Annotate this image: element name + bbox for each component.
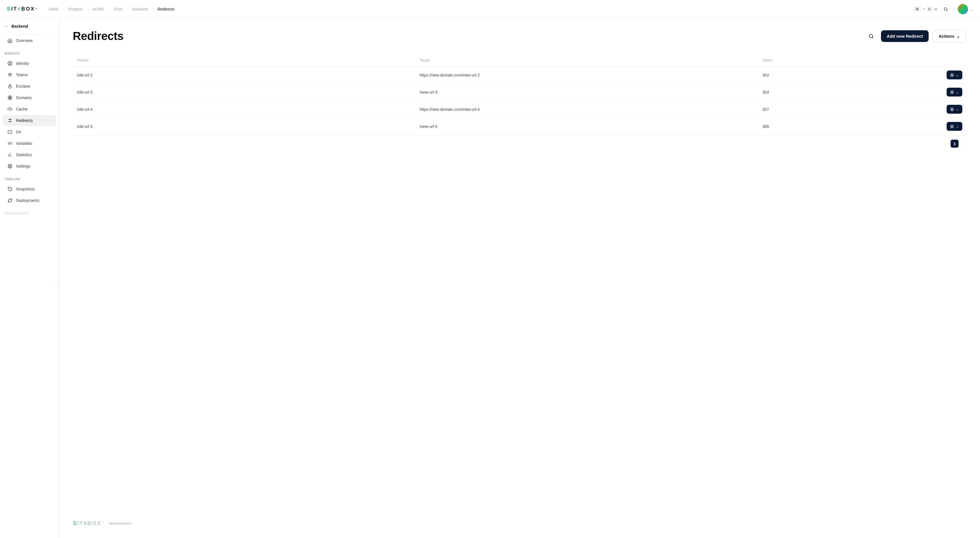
cloud-download-icon — [8, 107, 13, 112]
bar-chart-icon — [8, 152, 13, 157]
keyboard-shortcut-hint: ⌘ + K or — [913, 6, 937, 12]
sidebar-item-statistics[interactable]: Statistics — [3, 149, 56, 160]
pagination-page-1[interactable]: 1 — [951, 140, 959, 148]
footer-sub: development — [109, 522, 132, 525]
code-icon — [8, 141, 13, 146]
page-actions: Add new Redirect Actions ⌄ — [865, 30, 966, 43]
gear-icon — [950, 90, 954, 94]
sidebar-section-timeline: TIMELINE — [0, 172, 59, 183]
collapse-sidebar-button[interactable]: ‹ — [56, 278, 59, 285]
col-status: Status — [762, 58, 934, 62]
sidebar-item-settings[interactable]: Settings — [3, 161, 56, 172]
cell-source: /old-url-5 — [77, 124, 420, 129]
crumb-envs[interactable]: Envs — [114, 7, 123, 11]
chevron-down-icon: ⌄ — [956, 73, 959, 77]
svg-rect-6 — [9, 86, 12, 88]
sidebar: ← Backend Overview WEBSITE Identity Team… — [0, 18, 59, 538]
plus-text: + — [923, 7, 924, 11]
actions-label: Actions — [939, 34, 954, 38]
sidebar-item-cache[interactable]: Cache — [3, 104, 56, 115]
row-actions-button[interactable]: ⌄ — [947, 70, 962, 79]
cell-source: /old-url-4 — [77, 107, 420, 112]
folder-icon — [8, 129, 13, 134]
svg-line-1 — [947, 10, 947, 11]
sidebar-section-maintenance: MAINTENANCE — [0, 206, 59, 217]
sidebar-item-redirects[interactable]: Redirects — [3, 115, 56, 126]
sidebar-item-git[interactable]: Git — [3, 126, 56, 137]
svg-point-13 — [951, 109, 953, 110]
svg-point-8 — [10, 166, 11, 167]
search-icon — [869, 34, 874, 39]
sidebar-item-overview[interactable]: Overview — [3, 35, 56, 46]
footer-logo: SIT≡BOX™ — [73, 520, 104, 527]
sidebar-item-label: Variables — [16, 141, 32, 145]
sidebar-item-label: Overview — [16, 38, 33, 43]
sidebar-item-variables[interactable]: Variables — [3, 138, 56, 149]
sidebar-item-identity[interactable]: Identity — [3, 58, 56, 69]
pagination-next[interactable]: › — [961, 140, 966, 147]
cell-status: 308 — [762, 124, 934, 129]
pagination-prev[interactable]: ‹ — [943, 140, 948, 147]
crumb-statik[interactable]: Statik — [49, 7, 59, 11]
sidebar-back-label: Backend — [11, 24, 28, 29]
svg-point-0 — [944, 8, 947, 10]
sidebar-item-domains[interactable]: Domains — [3, 92, 56, 103]
cell-target: https://new-domain.com/new-url-4 — [420, 107, 762, 112]
sidebar-item-label: Settings — [16, 164, 30, 168]
sidebar-item-deployments[interactable]: Deployments — [3, 195, 56, 206]
user-circle-icon — [8, 61, 13, 66]
refresh-icon — [8, 198, 13, 203]
sidebar-item-label: Identity — [16, 61, 29, 65]
add-redirect-button[interactable]: Add new Redirect — [881, 30, 929, 42]
svg-point-12 — [951, 92, 953, 93]
chevron-down-icon: ⌄ — [956, 107, 959, 111]
search-redirects-button[interactable] — [865, 30, 877, 42]
main-content: Redirects Add new Redirect Actions ⌄ Sou… — [59, 18, 980, 538]
actions-dropdown-button[interactable]: Actions ⌄ — [932, 30, 966, 43]
row-actions-button[interactable]: ⌄ — [947, 88, 962, 97]
sidebar-item-label: Git — [16, 129, 21, 134]
logo[interactable]: SIT≡BOX™ — [7, 6, 37, 12]
history-icon — [8, 187, 13, 192]
svg-point-3 — [10, 62, 11, 64]
crumb-acme[interactable]: ACME — [92, 7, 104, 11]
gear-icon — [950, 107, 954, 111]
pagination: ‹ 1 › — [73, 140, 966, 148]
cell-target: /new-url-5 — [420, 124, 762, 129]
sidebar-item-label: Domains — [16, 95, 32, 100]
chevron-right-icon: → — [107, 7, 111, 11]
user-menu[interactable]: ⌄ — [958, 4, 973, 14]
search-button[interactable] — [941, 4, 951, 14]
row-actions-button[interactable]: ⌄ — [947, 105, 962, 113]
cell-status: 302 — [762, 73, 934, 77]
row-actions-button[interactable]: ⌄ — [947, 122, 962, 131]
sidebar-back[interactable]: ← Backend — [0, 18, 59, 35]
table-row: /old-url-4 https://new-domain.com/new-ur… — [73, 101, 966, 118]
lock-icon — [8, 84, 13, 89]
sidebar-item-enclave[interactable]: Enclave — [3, 81, 56, 92]
redirects-table: Source Target Status /old-url-2 https://… — [73, 54, 966, 135]
cell-status: 303 — [762, 90, 934, 94]
sidebar-item-label: Redirects — [16, 118, 33, 123]
sidebar-item-label: Snapshots — [16, 187, 35, 191]
gear-icon — [950, 125, 954, 129]
crumb-redirects[interactable]: Redirects — [158, 7, 174, 11]
home-icon — [8, 38, 13, 43]
crumb-projects[interactable]: Projects — [68, 7, 83, 11]
kbd-cmd: ⌘ — [913, 6, 921, 12]
chevron-right-icon: → — [86, 7, 90, 11]
chevron-down-icon: ⌄ — [970, 7, 973, 11]
sidebar-item-label: Enclave — [16, 84, 30, 88]
svg-point-11 — [951, 75, 953, 76]
page-title: Redirects — [73, 30, 124, 43]
search-icon — [943, 7, 948, 11]
svg-point-9 — [870, 34, 873, 38]
globe-icon — [8, 95, 13, 100]
svg-line-10 — [872, 37, 873, 38]
crumb-backend[interactable]: Backend — [132, 7, 148, 11]
sidebar-item-teams[interactable]: Teams — [3, 69, 56, 80]
cell-target: /new-url-3 — [420, 90, 762, 94]
sidebar-item-snapshots[interactable]: Snapshots — [3, 184, 56, 195]
sidebar-item-label: Cache — [16, 107, 27, 111]
svg-point-4 — [9, 73, 10, 75]
